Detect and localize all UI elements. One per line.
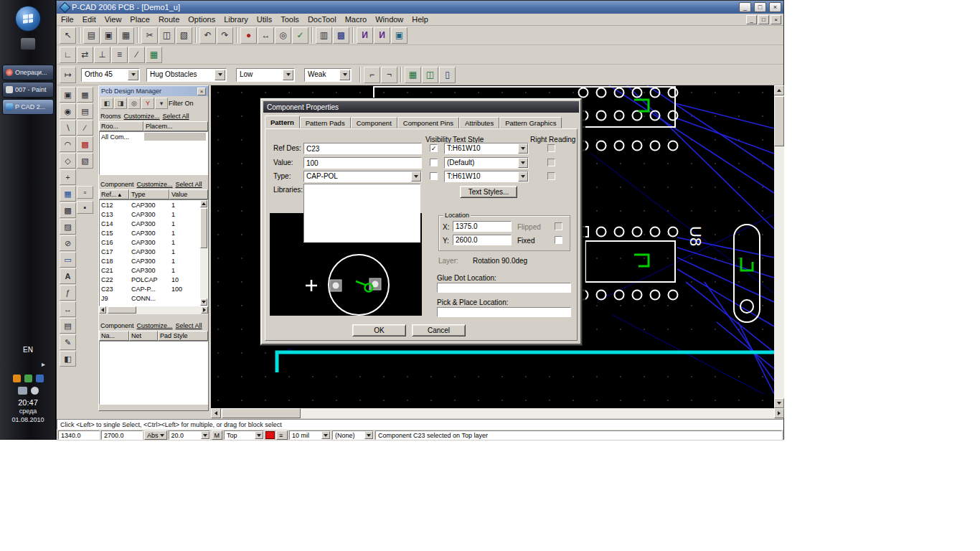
component-row[interactable]: J9CONN... bbox=[100, 293, 207, 303]
layer-list-icon[interactable]: ≡ bbox=[276, 430, 288, 440]
chevron-down-icon[interactable] bbox=[255, 431, 263, 439]
place-field-icon[interactable]: ƒ bbox=[60, 285, 76, 301]
measure-icon[interactable]: ↔ bbox=[258, 27, 274, 44]
tab-component-pins[interactable]: Component Pins bbox=[397, 117, 459, 128]
component-row[interactable]: C14CAP3001 bbox=[100, 219, 207, 228]
complete-route-icon[interactable]: ¬ bbox=[381, 67, 397, 83]
spreadsheet-icon[interactable]: ▤ bbox=[77, 103, 93, 119]
layer-combo[interactable]: Top bbox=[224, 430, 264, 440]
nets-list[interactable] bbox=[99, 341, 208, 405]
cancel-button[interactable]: Cancel bbox=[412, 324, 466, 336]
chevron-down-icon[interactable] bbox=[518, 143, 528, 154]
components-col-value[interactable]: Value bbox=[169, 189, 208, 199]
menu-file[interactable]: File bbox=[57, 14, 78, 24]
components-hscrollbar[interactable] bbox=[99, 306, 208, 314]
value-style-combo[interactable]: (Default) bbox=[444, 157, 529, 169]
record-macro-icon[interactable]: ● bbox=[240, 27, 257, 44]
route-interactive-icon[interactable]: ⇄ bbox=[77, 47, 93, 63]
components-scrollbar[interactable] bbox=[200, 200, 207, 306]
place-line-icon[interactable]: ∖ bbox=[60, 120, 76, 136]
unhighlight-net-icon[interactable]: И bbox=[374, 27, 390, 44]
menu-view[interactable]: View bbox=[100, 14, 126, 24]
nets-col-padstyle[interactable]: Pad Style bbox=[158, 331, 208, 341]
measure-tool-icon[interactable]: ◧ bbox=[60, 351, 76, 367]
tab-component[interactable]: Component bbox=[351, 117, 397, 128]
component-row[interactable]: C13CAP3001 bbox=[100, 209, 207, 219]
scroll-left-icon[interactable] bbox=[211, 408, 221, 418]
x-coordinate-field[interactable]: 1340.0 bbox=[58, 430, 100, 440]
chevron-down-icon[interactable] bbox=[518, 158, 528, 168]
undo-icon[interactable]: ↶ bbox=[199, 27, 216, 44]
chevron-down-icon[interactable] bbox=[364, 431, 373, 439]
dm-locate-icon[interactable]: ◨ bbox=[114, 98, 127, 109]
route-bus-icon[interactable]: ≡ bbox=[111, 47, 128, 63]
pour-toggle-icon[interactable]: ◫ bbox=[422, 67, 438, 83]
panel-caption[interactable]: Pcb Design Manager × bbox=[99, 86, 208, 96]
grid-toggle-icon[interactable]: ▦ bbox=[405, 67, 421, 83]
component-row[interactable]: C23CAP-P...100 bbox=[100, 284, 207, 293]
highlight-net-icon[interactable]: И bbox=[357, 27, 373, 44]
small-tool-b-icon[interactable]: ▪ bbox=[77, 201, 93, 214]
component-row[interactable]: C12CAP3001 bbox=[100, 200, 207, 209]
list-item[interactable]: All Com... bbox=[100, 132, 207, 141]
type-style-combo[interactable]: T:H61W10 bbox=[444, 171, 529, 182]
scroll-thumb[interactable] bbox=[200, 208, 207, 248]
title-bar[interactable]: P-CAD 2006 PCB - [Demo1_u] _ □ × bbox=[57, 1, 783, 14]
tray-network-icon[interactable] bbox=[36, 375, 44, 382]
macro-button[interactable]: M bbox=[212, 430, 223, 440]
close-button[interactable]: × bbox=[769, 2, 781, 12]
place-text-icon[interactable]: A bbox=[60, 268, 76, 284]
route-mode-icon[interactable]: ↦ bbox=[60, 67, 76, 83]
chevron-down-icon[interactable] bbox=[518, 171, 528, 182]
line-width-combo[interactable]: 10 mil bbox=[289, 430, 331, 440]
drc-icon[interactable]: ✓ bbox=[292, 27, 308, 44]
place-via-icon[interactable]: ◉ bbox=[60, 103, 76, 119]
route-miter-icon[interactable]: ∕ bbox=[128, 47, 145, 63]
place-ref-point-icon[interactable]: + bbox=[60, 169, 76, 185]
minimize-button[interactable]: _ bbox=[739, 2, 751, 12]
refdes-style-combo[interactable]: T:H61W10 bbox=[444, 143, 529, 154]
y-field[interactable] bbox=[453, 235, 512, 245]
taskbar-button-operations[interactable]: Операци... bbox=[2, 65, 54, 80]
value-rightreading-checkbox[interactable] bbox=[547, 159, 555, 166]
taskbar-button-paint[interactable]: 007 - Paint bbox=[2, 82, 54, 98]
place-room-icon[interactable]: ▭ bbox=[60, 252, 76, 268]
rooms-col-room[interactable]: Roo... bbox=[99, 121, 143, 131]
diagonal-tool-icon[interactable]: ∕ bbox=[77, 120, 93, 136]
mdi-minimize-button[interactable]: _ bbox=[746, 15, 757, 24]
scroll-down-icon[interactable] bbox=[774, 398, 784, 408]
chevron-down-icon[interactable] bbox=[339, 70, 350, 80]
menu-edit[interactable]: Edit bbox=[78, 14, 100, 24]
clock[interactable]: 20:47 среда 01.08.2010 bbox=[0, 397, 56, 425]
tab-pattern[interactable]: Pattern bbox=[265, 116, 300, 128]
scroll-thumb[interactable] bbox=[222, 408, 301, 418]
scroll-thumb[interactable] bbox=[774, 96, 784, 146]
restore-button[interactable]: □ bbox=[754, 2, 766, 12]
strength-combo[interactable]: Weak bbox=[304, 68, 352, 82]
nets-col-net[interactable]: Net bbox=[129, 331, 158, 341]
ok-button[interactable]: OK bbox=[352, 324, 406, 336]
scroll-down-icon[interactable] bbox=[200, 298, 207, 306]
scroll-up-icon[interactable] bbox=[200, 200, 207, 207]
dm-grid-icon[interactable]: ▦ bbox=[77, 87, 93, 103]
dm-filter-icon[interactable]: ▾ bbox=[155, 98, 168, 109]
scroll-thumb[interactable] bbox=[108, 306, 136, 314]
type-rightreading-checkbox[interactable] bbox=[547, 172, 555, 180]
print-icon[interactable]: ▦ bbox=[118, 27, 134, 44]
menu-doctool[interactable]: DocTool bbox=[303, 14, 341, 24]
route-tjunction-icon[interactable]: ⊥ bbox=[94, 47, 110, 63]
scroll-right-icon[interactable] bbox=[774, 408, 784, 418]
route-manual-icon[interactable]: ∟ bbox=[60, 47, 76, 63]
menu-macro[interactable]: Macro bbox=[341, 14, 372, 24]
paste-icon[interactable]: ▧ bbox=[176, 27, 192, 44]
components-list[interactable]: C12CAP3001 C13CAP3001 C14CAP3001 C15CAP3… bbox=[99, 199, 208, 306]
refdes-field[interactable] bbox=[303, 143, 422, 154]
redo-icon[interactable]: ↷ bbox=[217, 27, 233, 44]
components-select-all-button[interactable]: Select All bbox=[176, 181, 202, 188]
chevron-down-icon[interactable] bbox=[411, 171, 421, 182]
place-keepout-icon[interactable]: ⊘ bbox=[60, 235, 76, 251]
priority-combo[interactable]: Low bbox=[236, 68, 295, 82]
chevron-down-icon[interactable] bbox=[321, 431, 330, 439]
type-visibility-checkbox[interactable] bbox=[430, 172, 438, 180]
tray-expand-icon[interactable]: ▸ bbox=[42, 360, 45, 368]
